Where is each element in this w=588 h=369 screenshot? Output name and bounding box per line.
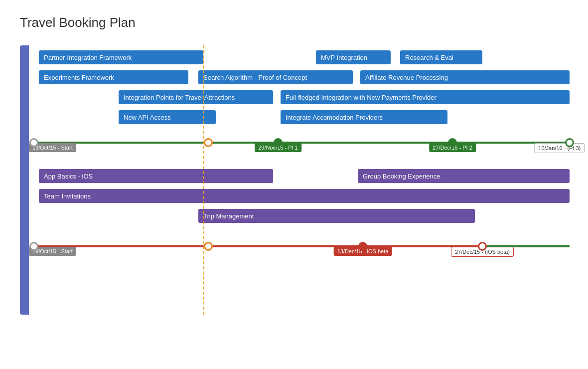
milestone-pi1 [274, 138, 283, 147]
bar-integration-points: Integration Points for Travel Attraction… [119, 90, 273, 104]
bar-new-api: New API Access [119, 110, 216, 124]
bar-integrate-accom: Integrate Accomodation Providers [281, 110, 447, 124]
bar-full-integration: Full-fledged Integration with New Paymen… [281, 90, 570, 104]
bar-search-algo: Search Algorithm - Proof of Concept [198, 70, 353, 84]
left-bar [20, 45, 29, 315]
milestone-dashed-red [204, 242, 213, 251]
section-purple: App Basics - iOS Group Booking Experienc… [34, 169, 568, 229]
chart-container: Partner Integration Framework MVP Integr… [20, 45, 568, 315]
page: Travel Booking Plan Partner Integration … [0, 0, 588, 330]
bar-mvp-integration: MVP Integration [316, 50, 391, 64]
red-timeline: 19/Oct/15 - Start 13/Dec/15 - iOS beta 2… [34, 234, 568, 259]
milestone-ios-beta2 [478, 242, 487, 251]
section-blue: Partner Integration Framework MVP Integr… [34, 45, 568, 125]
milestone-pi2 [448, 138, 457, 147]
milestone-ios-beta [358, 242, 367, 251]
bar-affiliate: Affiliate Revenue Processing [360, 70, 570, 84]
bar-partner-integration: Partner Integration Framework [39, 50, 203, 64]
milestone-start-green [29, 138, 38, 147]
milestone-pi3 [565, 138, 574, 147]
page-title: Travel Booking Plan [20, 15, 568, 30]
bar-team-invitations: Team Invitations [39, 189, 570, 203]
milestone-dashed-green [204, 138, 213, 147]
main-content: Partner Integration Framework MVP Integr… [29, 45, 568, 315]
bar-app-basics: App Basics - iOS [39, 169, 273, 183]
bar-trip-management: Trip Management [198, 209, 475, 223]
green-timeline: 19/Oct/15 - Start 29/Nov/15 - PI 1 27/De… [34, 130, 568, 155]
label-pi3: 10/Jan/16 - (PI 3) [534, 143, 585, 153]
bar-experiments: Experiments Framework [39, 70, 188, 84]
bar-research-eval: Research & Eval [400, 50, 482, 64]
bar-group-booking: Group Booking Experience [358, 169, 570, 183]
milestone-start-red [29, 242, 38, 251]
